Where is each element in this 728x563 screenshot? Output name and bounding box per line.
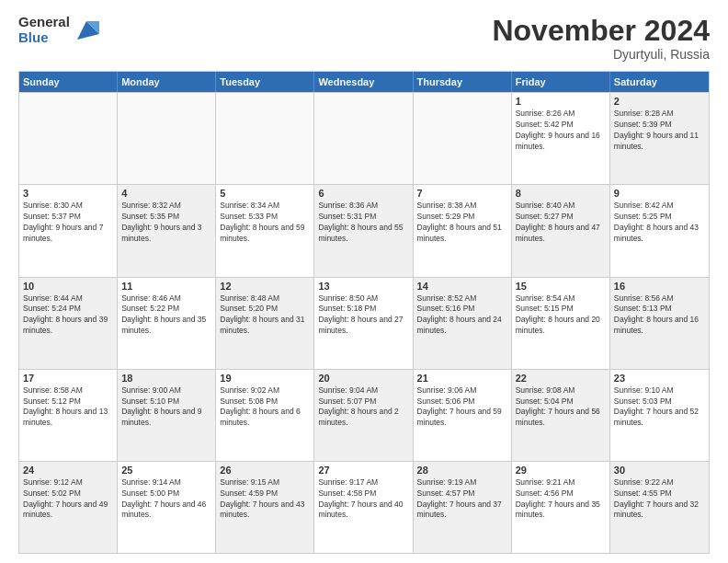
calendar-cell: 27Sunrise: 9:17 AM Sunset: 4:58 PM Dayli… — [314, 462, 413, 553]
calendar-cell: 25Sunrise: 9:14 AM Sunset: 5:00 PM Dayli… — [118, 462, 216, 553]
location: Dyurtyuli, Russia — [492, 47, 710, 62]
day-info: Sunrise: 9:10 AM Sunset: 5:03 PM Dayligh… — [614, 385, 705, 430]
calendar-cell: 16Sunrise: 8:56 AM Sunset: 5:13 PM Dayli… — [610, 278, 709, 369]
calendar-cell: 24Sunrise: 9:12 AM Sunset: 5:02 PM Dayli… — [19, 462, 118, 553]
day-info: Sunrise: 9:21 AM Sunset: 4:56 PM Dayligh… — [516, 477, 606, 522]
day-number: 8 — [516, 188, 606, 199]
day-info: Sunrise: 9:22 AM Sunset: 4:55 PM Dayligh… — [614, 477, 705, 522]
day-info: Sunrise: 8:52 AM Sunset: 5:16 PM Dayligh… — [417, 293, 507, 338]
day-number: 11 — [121, 281, 211, 292]
title-block: November 2024 Dyurtyuli, Russia — [492, 15, 710, 62]
day-number: 30 — [614, 465, 705, 476]
day-info: Sunrise: 9:12 AM Sunset: 5:02 PM Dayligh… — [23, 477, 113, 522]
calendar-cell: 7Sunrise: 8:38 AM Sunset: 5:29 PM Daylig… — [414, 185, 512, 276]
calendar-cell: 30Sunrise: 9:22 AM Sunset: 4:55 PM Dayli… — [610, 462, 709, 553]
calendar-row: 17Sunrise: 8:58 AM Sunset: 5:12 PM Dayli… — [19, 369, 709, 461]
day-info: Sunrise: 8:30 AM Sunset: 5:37 PM Dayligh… — [23, 201, 113, 245]
day-number: 17 — [23, 373, 113, 384]
day-number: 6 — [318, 188, 408, 199]
day-info: Sunrise: 8:50 AM Sunset: 5:18 PM Dayligh… — [318, 293, 408, 338]
day-info: Sunrise: 9:08 AM Sunset: 5:04 PM Dayligh… — [516, 385, 606, 430]
page-header: General Blue November 2024 Dyurtyuli, Ru… — [18, 15, 710, 62]
day-number: 4 — [121, 188, 211, 199]
month-title: November 2024 — [492, 15, 710, 47]
day-info: Sunrise: 9:06 AM Sunset: 5:06 PM Dayligh… — [417, 385, 507, 430]
day-number: 9 — [614, 188, 705, 199]
day-number: 14 — [417, 281, 507, 292]
day-info: Sunrise: 8:56 AM Sunset: 5:13 PM Dayligh… — [614, 293, 705, 338]
day-info: Sunrise: 9:17 AM Sunset: 4:58 PM Dayligh… — [318, 477, 408, 522]
day-info: Sunrise: 9:15 AM Sunset: 4:59 PM Dayligh… — [220, 477, 310, 522]
day-number: 15 — [516, 281, 606, 292]
day-info: Sunrise: 8:38 AM Sunset: 5:29 PM Dayligh… — [417, 201, 507, 245]
calendar-header: SundayMondayTuesdayWednesdayThursdayFrid… — [19, 72, 709, 92]
day-number: 16 — [614, 281, 705, 292]
calendar-cell: 21Sunrise: 9:06 AM Sunset: 5:06 PM Dayli… — [414, 370, 512, 461]
calendar-cell: 15Sunrise: 8:54 AM Sunset: 5:15 PM Dayli… — [512, 278, 610, 369]
day-number: 28 — [417, 465, 507, 476]
calendar-cell: 3Sunrise: 8:30 AM Sunset: 5:37 PM Daylig… — [19, 185, 118, 276]
calendar-cell: 11Sunrise: 8:46 AM Sunset: 5:22 PM Dayli… — [118, 278, 216, 369]
calendar-body: 1Sunrise: 8:26 AM Sunset: 5:42 PM Daylig… — [19, 92, 709, 553]
day-number: 3 — [23, 188, 113, 199]
day-number: 24 — [23, 465, 113, 476]
day-number: 18 — [121, 373, 211, 384]
day-info: Sunrise: 8:28 AM Sunset: 5:39 PM Dayligh… — [614, 109, 705, 153]
calendar-cell: 1Sunrise: 8:26 AM Sunset: 5:42 PM Daylig… — [512, 93, 610, 184]
calendar: SundayMondayTuesdayWednesdayThursdayFrid… — [18, 71, 710, 554]
day-number: 27 — [318, 465, 408, 476]
day-number: 29 — [516, 465, 606, 476]
day-number: 22 — [516, 373, 606, 384]
calendar-cell: 17Sunrise: 8:58 AM Sunset: 5:12 PM Dayli… — [19, 370, 118, 461]
logo-icon — [74, 17, 99, 43]
day-number: 23 — [614, 373, 705, 384]
calendar-row: 1Sunrise: 8:26 AM Sunset: 5:42 PM Daylig… — [19, 92, 709, 184]
weekday-header: Thursday — [414, 72, 512, 92]
calendar-row: 3Sunrise: 8:30 AM Sunset: 5:37 PM Daylig… — [19, 184, 709, 276]
calendar-cell — [216, 93, 314, 184]
calendar-cell: 12Sunrise: 8:48 AM Sunset: 5:20 PM Dayli… — [216, 278, 314, 369]
day-number: 7 — [417, 188, 507, 199]
day-info: Sunrise: 8:54 AM Sunset: 5:15 PM Dayligh… — [516, 293, 606, 338]
weekday-header: Wednesday — [314, 72, 413, 92]
calendar-cell: 28Sunrise: 9:19 AM Sunset: 4:57 PM Dayli… — [414, 462, 512, 553]
day-info: Sunrise: 8:46 AM Sunset: 5:22 PM Dayligh… — [121, 293, 211, 338]
logo: General Blue — [18, 15, 99, 45]
calendar-cell: 9Sunrise: 8:42 AM Sunset: 5:25 PM Daylig… — [610, 185, 709, 276]
calendar-cell: 8Sunrise: 8:40 AM Sunset: 5:27 PM Daylig… — [512, 185, 610, 276]
day-info: Sunrise: 8:58 AM Sunset: 5:12 PM Dayligh… — [23, 385, 113, 430]
logo-general: General — [18, 15, 70, 30]
calendar-cell: 19Sunrise: 9:02 AM Sunset: 5:08 PM Dayli… — [216, 370, 314, 461]
weekday-header: Tuesday — [216, 72, 314, 92]
calendar-cell: 22Sunrise: 9:08 AM Sunset: 5:04 PM Dayli… — [512, 370, 610, 461]
day-number: 12 — [220, 281, 310, 292]
weekday-header: Saturday — [610, 72, 709, 92]
weekday-header: Sunday — [19, 72, 118, 92]
day-info: Sunrise: 9:00 AM Sunset: 5:10 PM Dayligh… — [121, 385, 211, 430]
day-info: Sunrise: 8:42 AM Sunset: 5:25 PM Dayligh… — [614, 201, 705, 245]
day-number: 26 — [220, 465, 310, 476]
logo-blue: Blue — [18, 30, 70, 46]
calendar-cell: 26Sunrise: 9:15 AM Sunset: 4:59 PM Dayli… — [216, 462, 314, 553]
day-info: Sunrise: 8:34 AM Sunset: 5:33 PM Dayligh… — [220, 201, 310, 245]
calendar-cell — [118, 93, 216, 184]
calendar-cell: 29Sunrise: 9:21 AM Sunset: 4:56 PM Dayli… — [512, 462, 610, 553]
day-number: 19 — [220, 373, 310, 384]
day-info: Sunrise: 9:04 AM Sunset: 5:07 PM Dayligh… — [318, 385, 408, 430]
calendar-row: 10Sunrise: 8:44 AM Sunset: 5:24 PM Dayli… — [19, 277, 709, 369]
day-number: 20 — [318, 373, 408, 384]
day-info: Sunrise: 8:40 AM Sunset: 5:27 PM Dayligh… — [516, 201, 606, 245]
day-info: Sunrise: 8:36 AM Sunset: 5:31 PM Dayligh… — [318, 201, 408, 245]
calendar-cell: 20Sunrise: 9:04 AM Sunset: 5:07 PM Dayli… — [314, 370, 413, 461]
day-info: Sunrise: 9:19 AM Sunset: 4:57 PM Dayligh… — [417, 477, 507, 522]
calendar-cell: 23Sunrise: 9:10 AM Sunset: 5:03 PM Dayli… — [610, 370, 709, 461]
calendar-cell: 5Sunrise: 8:34 AM Sunset: 5:33 PM Daylig… — [216, 185, 314, 276]
day-number: 25 — [121, 465, 211, 476]
day-info: Sunrise: 8:26 AM Sunset: 5:42 PM Dayligh… — [516, 109, 606, 153]
calendar-cell — [19, 93, 118, 184]
day-number: 21 — [417, 373, 507, 384]
calendar-row: 24Sunrise: 9:12 AM Sunset: 5:02 PM Dayli… — [19, 461, 709, 553]
calendar-cell: 18Sunrise: 9:00 AM Sunset: 5:10 PM Dayli… — [118, 370, 216, 461]
day-info: Sunrise: 8:48 AM Sunset: 5:20 PM Dayligh… — [220, 293, 310, 338]
calendar-cell: 10Sunrise: 8:44 AM Sunset: 5:24 PM Dayli… — [19, 278, 118, 369]
